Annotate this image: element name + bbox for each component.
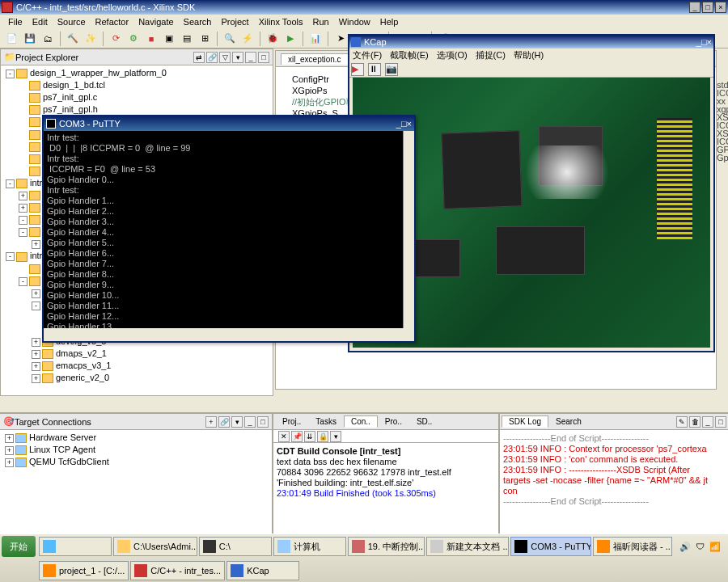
run-icon[interactable]: ▶ bbox=[283, 32, 298, 46]
tree-item[interactable]: +emacps_v3_1 bbox=[2, 360, 271, 372]
menu-project[interactable]: Project bbox=[216, 17, 253, 27]
menu-navigate[interactable]: Navigate bbox=[133, 17, 178, 27]
target-item[interactable]: +Hardware Server bbox=[2, 432, 270, 444]
console-body[interactable]: CDT Build Console [intr_test] text data … bbox=[273, 443, 498, 534]
target-tree[interactable]: +Hardware Server+Linux TCP Agent+QEMU Tc… bbox=[0, 430, 272, 534]
build-icon[interactable]: 🔨 bbox=[66, 32, 80, 46]
save-all-icon[interactable]: 🗂 bbox=[40, 32, 55, 46]
tab-sdklog[interactable]: SDK Log bbox=[502, 415, 548, 428]
putty-max-button[interactable]: □ bbox=[401, 119, 407, 129]
new-icon[interactable]: 📄 bbox=[5, 32, 19, 46]
expand-icon[interactable]: + bbox=[19, 204, 28, 213]
task-button[interactable]: 福昕阅读器 - ... bbox=[593, 537, 672, 556]
expand-icon[interactable]: + bbox=[5, 434, 14, 443]
target-item[interactable]: +QEMU TcfGdbClient bbox=[2, 456, 270, 468]
expand-icon[interactable]: - bbox=[6, 70, 15, 78]
debug-icon[interactable]: 🐞 bbox=[265, 32, 280, 46]
pin2-icon[interactable]: 📌 bbox=[291, 431, 303, 442]
task-button[interactable]: C:\ bbox=[199, 537, 272, 556]
expand-icon[interactable]: - bbox=[6, 252, 15, 261]
tab-tasks[interactable]: Tasks bbox=[308, 415, 344, 428]
tray-icon[interactable]: 🔊 bbox=[679, 542, 691, 552]
task-button[interactable]: KCap bbox=[226, 561, 299, 580]
system-tray[interactable]: 🔊 🛡 📶 bbox=[674, 542, 726, 552]
edit-icon[interactable]: ✎ bbox=[676, 416, 688, 428]
start-button[interactable]: 开始 bbox=[2, 536, 36, 557]
menu-edit[interactable]: Edit bbox=[28, 17, 53, 27]
menu-window[interactable]: Window bbox=[334, 17, 375, 27]
expand-icon[interactable]: - bbox=[19, 216, 28, 225]
task-button[interactable] bbox=[39, 537, 112, 556]
kcap-menu-item[interactable]: 文件(F) bbox=[353, 49, 382, 61]
dd-icon[interactable]: ▾ bbox=[330, 431, 341, 442]
kcap-play-icon[interactable]: ▶ bbox=[351, 63, 364, 76]
expand-icon[interactable]: - bbox=[19, 228, 28, 237]
tray-net-icon[interactable]: 📶 bbox=[709, 542, 721, 552]
menu-icon[interactable]: ▾ bbox=[232, 52, 243, 63]
tray-icon2[interactable]: 🛡 bbox=[696, 542, 705, 551]
link2-icon[interactable]: 🔗 bbox=[218, 416, 230, 428]
menu-refactor[interactable]: Refactor bbox=[91, 17, 134, 27]
kcap-snap-icon[interactable]: 📷 bbox=[385, 63, 398, 76]
expand-icon[interactable]: - bbox=[6, 179, 15, 188]
scroll-icon[interactable]: ⇊ bbox=[304, 431, 315, 442]
expand-icon[interactable]: + bbox=[32, 350, 40, 359]
putty-scrollbar[interactable] bbox=[403, 131, 414, 328]
tree-item[interactable]: +dmaps_v2_1 bbox=[2, 348, 271, 360]
tab-proj[interactable]: Proj.. bbox=[275, 415, 308, 428]
expand-icon[interactable]: + bbox=[5, 446, 14, 455]
expand-icon[interactable]: + bbox=[32, 374, 40, 383]
menu-search[interactable]: Search bbox=[179, 17, 217, 27]
expand-icon[interactable]: + bbox=[32, 338, 40, 347]
task-button[interactable]: 新建文本文档 ... bbox=[426, 537, 509, 556]
tab-con[interactable]: Con.. bbox=[344, 415, 378, 428]
close-button[interactable]: × bbox=[715, 2, 726, 13]
profile-icon[interactable]: 📊 bbox=[308, 32, 323, 46]
window-icon[interactable]: ▣ bbox=[162, 32, 176, 46]
putty-terminal[interactable]: Intr test: D0 | | |8 ICCPMR = 0 @ line =… bbox=[44, 131, 414, 331]
refresh-icon[interactable]: ⟳ bbox=[108, 32, 123, 46]
expand-icon[interactable]: + bbox=[5, 458, 14, 467]
expand-icon[interactable]: - bbox=[19, 277, 28, 286]
target-item[interactable]: +Linux TCP Agent bbox=[2, 444, 270, 456]
clear2-icon[interactable]: 🗑 bbox=[689, 416, 700, 428]
tree-item[interactable]: -design_1_wrapper_hw_platform_0 bbox=[2, 67, 271, 79]
kcap-menu-item[interactable]: 捕捉(C) bbox=[476, 49, 506, 61]
cursor-icon[interactable]: ➤ bbox=[333, 32, 348, 46]
menu2-icon[interactable]: ▾ bbox=[231, 416, 243, 428]
min2-icon[interactable]: _ bbox=[244, 416, 256, 428]
sdklog-body[interactable]: ----------------End of Script-----------… bbox=[500, 430, 728, 534]
wand-icon[interactable]: ✨ bbox=[83, 32, 98, 46]
expand-icon[interactable]: + bbox=[32, 240, 40, 249]
maximize-button[interactable]: □ bbox=[702, 2, 713, 13]
putty-titlebar[interactable]: COM3 - PuTTY _ □ × bbox=[44, 116, 414, 131]
expand-icon[interactable]: + bbox=[32, 289, 40, 298]
kcap-max-button[interactable]: □ bbox=[701, 37, 707, 47]
tab-pro[interactable]: Pro.. bbox=[378, 415, 409, 428]
min-icon[interactable]: _ bbox=[245, 52, 256, 63]
tree-item[interactable]: +generic_v2_0 bbox=[2, 372, 271, 384]
task-button[interactable]: 计算机 bbox=[273, 537, 346, 556]
menu-file[interactable]: File bbox=[3, 17, 28, 27]
task-button[interactable]: project_1 - [C:/... bbox=[39, 561, 129, 580]
putty-window[interactable]: COM3 - PuTTY _ □ × Intr test: D0 | | |8 … bbox=[42, 115, 416, 343]
expand-icon[interactable]: + bbox=[19, 192, 28, 200]
config-icon[interactable]: ⚡ bbox=[240, 32, 255, 46]
tool-icon[interactable]: ⚙ bbox=[126, 32, 141, 46]
save-icon[interactable]: 💾 bbox=[23, 32, 37, 46]
expand-icon[interactable]: - bbox=[32, 302, 40, 310]
menu-run[interactable]: Run bbox=[308, 17, 334, 27]
lock-icon[interactable]: 🔒 bbox=[317, 431, 328, 442]
link-icon[interactable]: 🔗 bbox=[206, 52, 218, 63]
task-button[interactable]: C:\Users\Admi... bbox=[113, 537, 197, 556]
max3-icon[interactable]: □ bbox=[715, 416, 726, 428]
filter-icon[interactable]: ▽ bbox=[219, 52, 231, 63]
kcap-titlebar[interactable]: KCap _ □ × bbox=[349, 36, 713, 48]
kcap-close-button[interactable]: × bbox=[707, 37, 712, 47]
max2-icon[interactable]: □ bbox=[257, 416, 269, 428]
max-icon[interactable]: □ bbox=[258, 52, 269, 63]
add-icon[interactable]: + bbox=[205, 416, 217, 428]
putty-close-button[interactable]: × bbox=[407, 119, 412, 129]
expand-icon[interactable]: + bbox=[32, 362, 40, 371]
menu-xilinx-tools[interactable]: Xilinx Tools bbox=[254, 17, 308, 27]
